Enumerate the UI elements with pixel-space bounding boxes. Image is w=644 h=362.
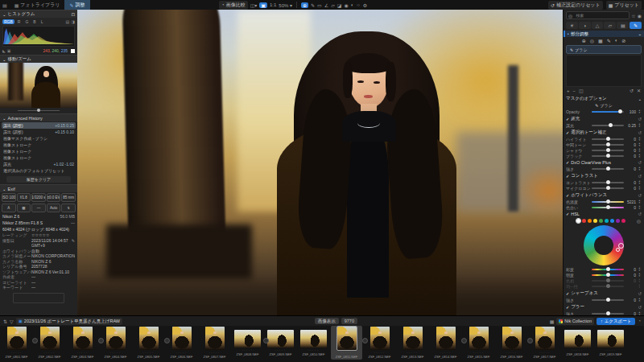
hsl-header[interactable]: ✓ HSL ↺	[564, 211, 644, 217]
filmstrip-thumb[interactable]: ·····ZSF_0819.NEF	[595, 326, 626, 357]
export-button[interactable]: ↑ エクスポート	[597, 318, 635, 325]
slider-track[interactable]	[592, 182, 624, 183]
history-item[interactable]: 露出 (調整)+0.15 0.25	[2, 122, 76, 129]
edit-icon[interactable]: ✎	[72, 238, 75, 243]
remove-mask-icon[interactable]: −	[573, 88, 576, 93]
filmstrip-thumb[interactable]: ·····ZSF_0808.NEF	[232, 326, 263, 357]
reset-icon[interactable]: ↺	[638, 193, 642, 198]
control-point-icon[interactable]: ◐	[615, 38, 618, 43]
slider-handle[interactable]	[606, 142, 610, 146]
crop-tool-icon[interactable]: ▭	[317, 2, 322, 8]
filmstrip-thumb[interactable]: ·····ZSF_0811.NEF	[331, 326, 362, 360]
reset-icon[interactable]: ↺	[638, 212, 642, 216]
slider-track[interactable]	[592, 155, 624, 157]
section-header[interactable]: ✓コントラスト↺	[564, 172, 644, 179]
slider-handle[interactable]	[606, 267, 610, 271]
zoom-slider-handle[interactable]	[37, 109, 40, 112]
perspective-tool-icon[interactable]: ▱	[331, 2, 335, 8]
slider-handle[interactable]	[609, 123, 613, 127]
stepper[interactable]: ▴▾	[638, 273, 642, 278]
reset-mask-icon[interactable]: ↺	[630, 88, 634, 93]
filmstrip-thumb[interactable]: ·····ZSF_0813.NEF	[397, 326, 428, 360]
collapse-icon[interactable]: ⌄	[638, 31, 642, 36]
tab-geometry-icon[interactable]: ▱	[604, 22, 616, 29]
mask-options-header[interactable]: マスクのオプション ⌄	[564, 95, 644, 102]
redeye-tool-icon[interactable]: ◉	[344, 2, 348, 8]
delete-mask-icon[interactable]: ✕	[637, 88, 641, 93]
image-count-chip[interactable]: 9770	[341, 318, 357, 324]
monitor-icon[interactable]: ▤	[66, 19, 70, 24]
stepper[interactable]: ▴▾	[638, 267, 642, 272]
hsl-channel-dot[interactable]	[621, 219, 625, 223]
tab-photo-library[interactable]: ▦ フォトライブラリ	[10, 0, 65, 10]
slider-track[interactable]	[592, 274, 624, 276]
sort-icon[interactable]: ⇅	[3, 319, 7, 324]
slider-handle[interactable]	[606, 137, 610, 141]
slider-handle[interactable]	[606, 298, 610, 302]
slider-track[interactable]	[592, 125, 624, 126]
slider-track[interactable]	[592, 150, 624, 151]
brush-tool-icon[interactable]: ✎	[311, 2, 315, 8]
current-folder-chip[interactable]: ▣ 2023/11/26 ポートレート早見遥さん見上げRAW	[16, 318, 122, 325]
add-mask-icon[interactable]: +	[567, 88, 570, 93]
filmstrip-thumb[interactable]: ·····ZSF_0803.NEF	[67, 326, 98, 360]
clip-warning-icon[interactable]: ◨	[71, 19, 75, 24]
stepper[interactable]: ▴▾	[638, 142, 642, 147]
preset-button[interactable]: ▦プリセット	[606, 1, 642, 10]
reset-icon[interactable]: ↺	[638, 117, 642, 121]
reset-icon[interactable]: ↺	[638, 174, 642, 179]
tab-color-icon[interactable]: ◑	[579, 22, 591, 29]
section-header[interactable]: ✓ホワイトバランス↺	[564, 191, 644, 199]
collapse-icon[interactable]: ⌄	[2, 12, 6, 17]
history-header[interactable]: ⌄ Advanced History	[0, 113, 77, 121]
history-item[interactable]: 画像ストローク	[2, 148, 76, 154]
filmstrip-thumb[interactable]: ·····ZSF_0810.NEF	[298, 326, 329, 357]
search-input[interactable]	[574, 12, 627, 19]
stepper[interactable]: ▴▾	[638, 154, 642, 158]
slider-handle[interactable]	[606, 205, 610, 209]
collapse-icon[interactable]: ⌄	[638, 97, 642, 101]
history-item[interactable]: 選択済みのデフォルトプリセット	[2, 167, 76, 174]
stepper[interactable]: ▴▾	[638, 205, 642, 210]
checkbox-icon[interactable]: ✓	[566, 130, 569, 135]
checkbox-icon[interactable]: ✓	[566, 193, 569, 198]
slider-handle[interactable]	[606, 148, 610, 152]
reset-icon[interactable]: ↺	[638, 305, 642, 310]
search-box[interactable]: ◎	[566, 11, 630, 19]
slider-track[interactable]	[592, 299, 624, 301]
hsl-channel-dot[interactable]	[599, 219, 603, 223]
tab-watermark-icon[interactable]: ▤	[617, 22, 629, 29]
stepper[interactable]: ▴▾	[638, 284, 642, 289]
slider-track[interactable]	[592, 201, 624, 203]
filter-icon[interactable]: ▽	[10, 319, 14, 324]
slider-track[interactable]	[592, 168, 624, 170]
navigator-preview[interactable]	[0, 63, 77, 108]
stepper[interactable]: ▴▾	[638, 200, 642, 204]
reset-icon[interactable]: ↺	[638, 160, 642, 165]
histogram-header[interactable]: ⌄ ヒストグラム ⊡	[0, 10, 77, 18]
zoom-slider-track[interactable]	[18, 110, 60, 111]
slider-handle[interactable]	[618, 109, 622, 113]
stepper[interactable]: ▴▾	[638, 167, 642, 171]
split-view-icon[interactable]: ◫▾	[250, 2, 258, 8]
slider-track[interactable]	[592, 144, 624, 146]
opacity-slider-track[interactable]	[592, 111, 624, 113]
fit-view-icon[interactable]: ▣	[259, 2, 267, 8]
stepper[interactable]: ▴▾	[638, 123, 642, 128]
slider-handle[interactable]	[606, 284, 610, 288]
collapse-icon[interactable]: ⌄	[2, 116, 6, 121]
settings-icon[interactable]: ⚙	[363, 2, 367, 8]
history-item[interactable]: 画像マスク作成 - ブラシ	[2, 135, 76, 142]
histogram-channel[interactable]: L	[39, 19, 45, 24]
reset-icon[interactable]: ↺	[638, 130, 642, 135]
stepper[interactable]: ▴▾	[638, 298, 642, 302]
visibility-icon[interactable]: ◉	[638, 13, 642, 19]
tab-adjust[interactable]: ✎ 調整	[64, 0, 89, 10]
section-header[interactable]: ✓選択的トーン補正↺	[564, 129, 644, 136]
checkbox-icon[interactable]: ✓	[566, 117, 569, 121]
navigator-zoom-slider[interactable]	[0, 108, 77, 113]
duplicate-mask-icon[interactable]: ◫	[579, 88, 584, 93]
zoom-percent-button[interactable]: 50% ▾	[279, 2, 292, 8]
histogram-channel[interactable]: RGB	[2, 19, 14, 24]
luminosity-mask-icon[interactable]: ◎	[590, 38, 594, 43]
